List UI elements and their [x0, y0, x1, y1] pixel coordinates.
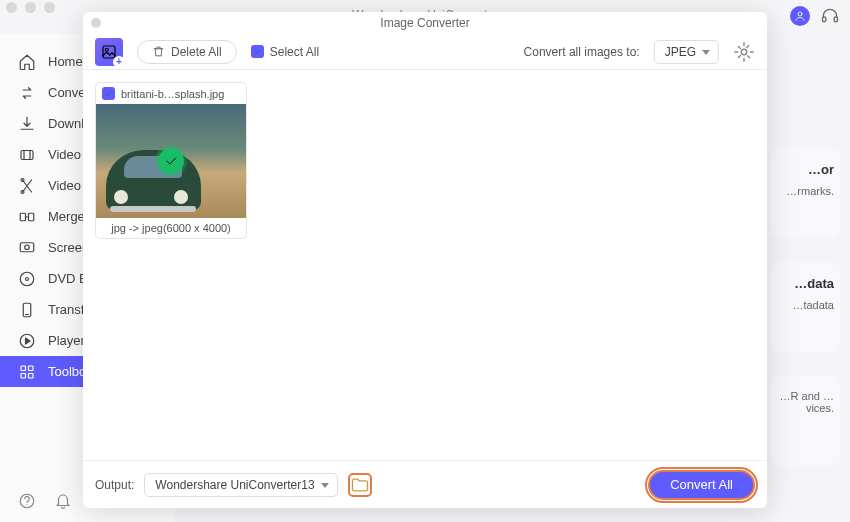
svg-point-11	[26, 277, 29, 280]
select-all-checkbox[interactable]: Select All	[251, 45, 319, 59]
svg-point-10	[20, 272, 34, 286]
add-file-button[interactable]: +	[95, 38, 123, 66]
image-converter-modal: Image Converter + Delete All Select All …	[83, 12, 767, 508]
select-all-label: Select All	[270, 45, 319, 59]
svg-rect-6	[20, 213, 25, 221]
transfer-icon	[18, 301, 36, 319]
avatar[interactable]	[790, 6, 810, 26]
svg-rect-3	[21, 150, 33, 159]
format-value: JPEG	[665, 45, 696, 59]
folder-icon	[350, 475, 370, 495]
home-icon	[18, 53, 36, 71]
compress-icon	[18, 146, 36, 164]
file-checkbox[interactable]	[102, 87, 115, 100]
success-badge	[158, 148, 184, 174]
svg-rect-19	[103, 46, 115, 58]
format-select[interactable]: JPEG	[654, 40, 719, 64]
settings-button[interactable]	[733, 41, 755, 63]
plus-icon: +	[113, 56, 125, 68]
headset-icon[interactable]	[820, 6, 840, 26]
trash-icon	[152, 45, 165, 58]
help-icon[interactable]	[18, 492, 36, 510]
svg-rect-17	[29, 373, 34, 378]
modal-footer: Output: Wondershare UniConverter13 Conve…	[83, 460, 767, 508]
convert-icon	[18, 84, 36, 102]
gear-icon	[733, 41, 755, 63]
convert-all-button[interactable]: Convert All	[648, 470, 755, 500]
merger-icon	[18, 208, 36, 226]
svg-rect-14	[21, 366, 26, 371]
player-icon	[18, 332, 36, 350]
convert-to-label: Convert all images to:	[524, 45, 640, 59]
file-card[interactable]: brittani-b…splash.jpg jpg -> jpeg(6000 x…	[95, 82, 247, 239]
checkbox-checked-icon	[251, 45, 264, 58]
file-status: jpg -> jpeg(6000 x 4000)	[96, 218, 246, 238]
delete-all-button[interactable]: Delete All	[137, 40, 237, 64]
modal-close-button[interactable]	[91, 18, 101, 28]
svg-rect-16	[21, 373, 26, 378]
modal-toolbar: + Delete All Select All Convert all imag…	[83, 34, 767, 70]
feature-card[interactable]: …R and …vices.	[770, 376, 840, 466]
bell-icon[interactable]	[54, 492, 72, 510]
file-grid: brittani-b…splash.jpg jpg -> jpeg(6000 x…	[83, 70, 767, 460]
user-icon	[794, 10, 806, 22]
sidebar-item-label: Home	[48, 54, 83, 69]
editor-icon	[18, 177, 36, 195]
svg-rect-15	[29, 366, 34, 371]
svg-rect-1	[823, 17, 826, 22]
file-thumbnail	[96, 104, 246, 218]
svg-rect-2	[834, 17, 837, 22]
feature-card[interactable]: …data …tadata	[770, 262, 840, 352]
sidebar-item-label: Player	[48, 333, 85, 348]
right-feature-cards: …or …rmarks. …data …tadata …R and …vices…	[760, 34, 850, 476]
convert-all-label: Convert All	[670, 477, 733, 492]
svg-rect-8	[20, 242, 34, 251]
check-icon	[164, 154, 178, 168]
output-path-select[interactable]: Wondershare UniConverter13	[144, 473, 337, 497]
svg-point-9	[25, 245, 30, 250]
output-label: Output:	[95, 478, 134, 492]
file-name: brittani-b…splash.jpg	[121, 88, 224, 100]
output-path-value: Wondershare UniConverter13	[155, 478, 314, 492]
open-folder-button[interactable]	[348, 473, 372, 497]
dvd-icon	[18, 270, 36, 288]
delete-all-label: Delete All	[171, 45, 222, 59]
modal-title: Image Converter	[380, 16, 469, 30]
svg-rect-7	[29, 213, 34, 221]
svg-point-20	[105, 48, 108, 51]
modal-header: Image Converter	[83, 12, 767, 34]
svg-point-21	[741, 49, 747, 55]
svg-point-0	[798, 12, 802, 16]
download-icon	[18, 115, 36, 133]
toolbox-icon	[18, 363, 36, 381]
recorder-icon	[18, 239, 36, 257]
feature-card[interactable]: …or …rmarks.	[770, 148, 840, 238]
